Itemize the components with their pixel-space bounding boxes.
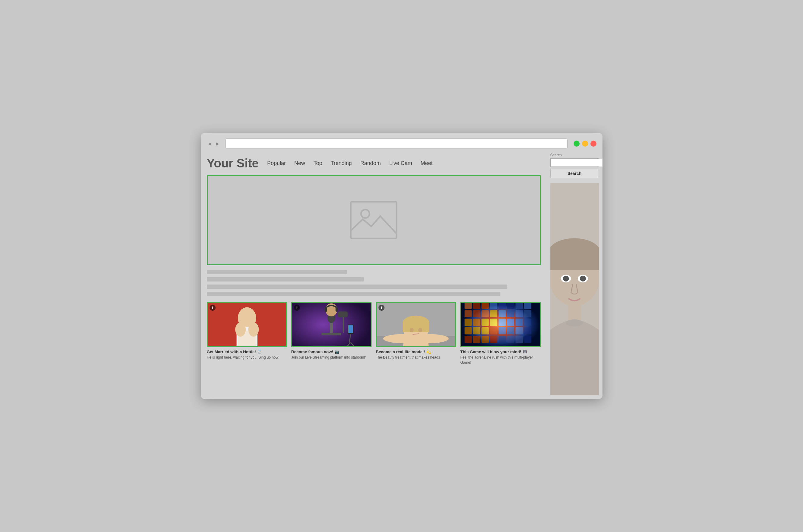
svg-rect-73: [461, 303, 540, 346]
forward-button[interactable]: ▶: [215, 140, 221, 147]
card-image-4: [460, 302, 541, 347]
browser-window: ◀ ▶ Your Site Popular New Top Trending R…: [201, 133, 603, 399]
page-content: Your Site Popular New Top Trending Rando…: [201, 152, 603, 399]
card-title-1: Get Married with a Hottie! 💍: [207, 349, 287, 354]
address-bar[interactable]: [226, 138, 568, 149]
minimize-button[interactable]: [582, 140, 588, 147]
hero-placeholder: [349, 201, 398, 240]
svg-rect-78: [550, 253, 599, 270]
site-logo[interactable]: Your Site: [207, 156, 259, 170]
sidebar-image: [550, 183, 599, 395]
card-image-3: i: [376, 302, 456, 347]
svg-point-82: [580, 276, 586, 282]
card-2[interactable]: i: [291, 302, 371, 365]
card-desc-3: The Beauty treatment that makes heads: [376, 355, 456, 360]
back-button[interactable]: ◀: [207, 140, 213, 147]
nav-random[interactable]: Random: [360, 160, 381, 167]
nav-trending[interactable]: Trending: [330, 160, 352, 167]
nav-arrows: ◀ ▶: [207, 140, 221, 147]
nav-meet[interactable]: Meet: [421, 160, 433, 167]
hero-banner[interactable]: [207, 175, 541, 265]
text-lines: [207, 270, 541, 296]
svg-rect-13: [325, 308, 327, 312]
card-image-1: i: [207, 302, 287, 347]
svg-rect-9: [322, 333, 341, 336]
main-area: Your Site Popular New Top Trending Rando…: [201, 152, 547, 399]
text-line-1: [207, 270, 347, 274]
info-icon-3[interactable]: i: [379, 305, 384, 311]
card-3[interactable]: i: [376, 302, 456, 365]
nav-new[interactable]: New: [294, 160, 305, 167]
svg-point-83: [566, 320, 582, 327]
search-button[interactable]: Search: [550, 169, 599, 178]
nav-livecam[interactable]: Live Cam: [389, 160, 412, 167]
card-title-3: Become a real-life model! 💫: [376, 349, 456, 354]
sidebar: Search 🔍 Search: [547, 152, 603, 399]
svg-rect-28: [403, 322, 429, 332]
card-image-2: i: [291, 302, 371, 347]
card-4[interactable]: This Game will blow your mind! 🎮 Feel th…: [460, 302, 541, 365]
card-desc-2: Join our Live Streaming platform into st…: [291, 355, 371, 360]
svg-point-30: [418, 328, 422, 332]
svg-rect-14: [336, 308, 338, 312]
info-icon-1[interactable]: i: [210, 305, 215, 311]
card-desc-4: Feel the adrenaline rush with this multi…: [460, 355, 541, 365]
svg-point-29: [410, 328, 414, 332]
card-desc-1: He is right here, waiting for you. Sing …: [207, 355, 287, 360]
site-header: Your Site Popular New Top Trending Rando…: [207, 156, 541, 170]
svg-rect-18: [348, 325, 353, 333]
text-line-3: [207, 285, 507, 289]
card-title-2: Become famous now! 📷: [291, 349, 371, 354]
svg-rect-16: [338, 311, 348, 318]
card-title-4: This Game will blow your mind! 🎮: [460, 349, 541, 354]
card-1[interactable]: i Get Married with a Hottie! 💍: [207, 302, 287, 365]
browser-chrome: ◀ ▶: [201, 133, 603, 152]
card-grid: i Get Married with a Hottie! 💍: [207, 302, 541, 365]
nav-top[interactable]: Top: [313, 160, 322, 167]
svg-point-1: [361, 210, 369, 218]
search-box-wrapper: 🔍: [550, 158, 599, 167]
window-controls: [574, 140, 596, 147]
text-line-4: [207, 292, 501, 296]
nav-popular[interactable]: Popular: [267, 160, 286, 167]
svg-rect-0: [351, 202, 397, 239]
text-line-2: [207, 277, 364, 282]
search-label: Search: [550, 153, 599, 157]
search-input[interactable]: [551, 159, 603, 167]
close-button[interactable]: [590, 140, 596, 147]
maximize-button[interactable]: [574, 140, 579, 147]
svg-point-81: [563, 276, 569, 282]
nav-menu: Popular New Top Trending Random Live Cam…: [267, 160, 433, 167]
